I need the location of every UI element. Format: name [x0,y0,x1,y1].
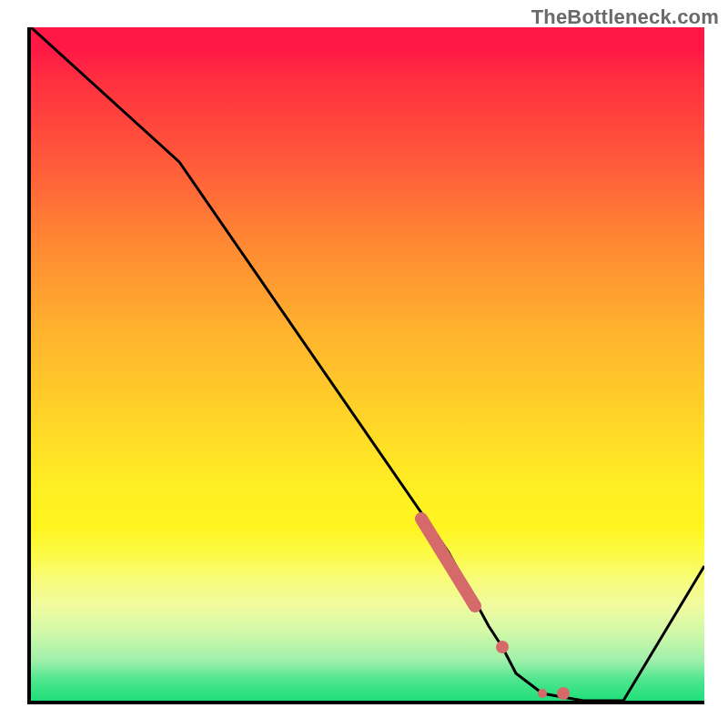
marker-dot-a [496,641,509,653]
chart-canvas: TheBottleneck.com [0,0,728,728]
watermark-text: TheBottleneck.com [531,5,719,29]
line-chart [31,27,704,701]
marker-dot-c [557,687,570,700]
series-curve [31,27,704,701]
grip-segment [421,519,475,606]
marker-dot-b [538,689,547,698]
plot-area [27,27,704,704]
